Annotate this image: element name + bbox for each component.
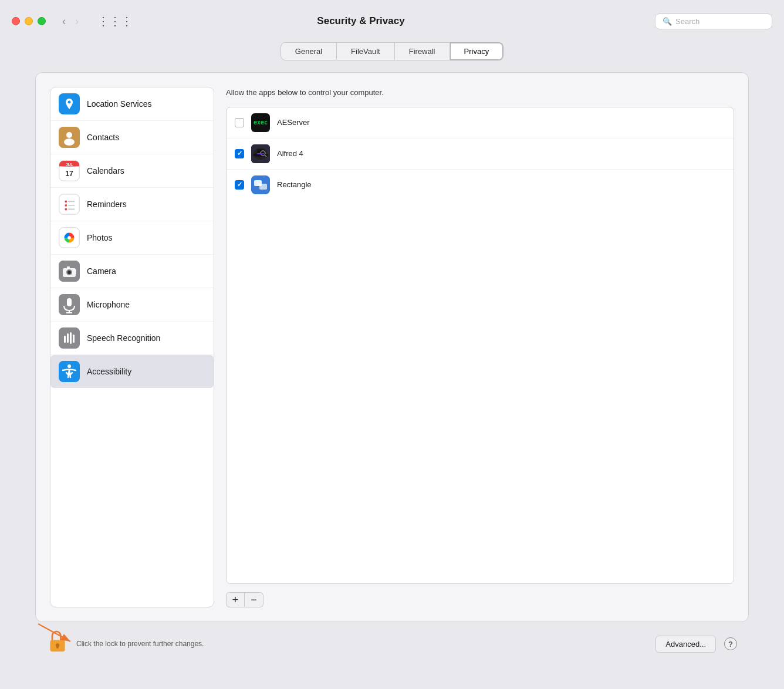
svg-line-45 xyxy=(38,624,70,641)
reminders-icon xyxy=(59,194,80,215)
svg-point-20 xyxy=(67,271,71,274)
svg-rect-28 xyxy=(64,336,66,343)
svg-rect-48 xyxy=(56,645,59,648)
sidebar-label-calendars: Calendars xyxy=(87,166,124,175)
camera-icon xyxy=(59,261,80,282)
rectangle-checkbox[interactable] xyxy=(235,180,244,190)
svg-rect-8 xyxy=(59,194,79,214)
sidebar-label-photos: Photos xyxy=(87,233,113,242)
window-title: Security & Privacy xyxy=(74,15,648,27)
tab-filevault[interactable]: FileVault xyxy=(337,42,395,60)
aeserver-icon: exec xyxy=(251,113,270,132)
app-item-alfred: Alfred 4 xyxy=(227,139,734,170)
svg-rect-22 xyxy=(75,269,76,274)
sidebar-item-speech[interactable]: Speech Recognition xyxy=(50,322,214,355)
titlebar: ‹ › ⋮⋮⋮ Security & Privacy 🔍 xyxy=(0,0,784,42)
sidebar-label-accessibility: Accessibility xyxy=(87,367,131,376)
help-button[interactable]: ? xyxy=(724,637,737,650)
right-description: Allow the apps below to control your com… xyxy=(226,87,734,99)
sidebar-item-reminders[interactable]: Reminders xyxy=(50,188,214,221)
remove-app-button[interactable]: − xyxy=(245,592,263,607)
svg-point-2 xyxy=(64,139,75,146)
apps-list: exec AEServer xyxy=(226,107,734,585)
app-item-aeserver: exec AEServer xyxy=(227,107,734,139)
svg-rect-21 xyxy=(67,266,70,269)
aeserver-name: AEServer xyxy=(277,118,310,127)
search-icon: 🔍 xyxy=(663,17,672,26)
svg-text:17: 17 xyxy=(65,170,73,178)
maximize-button[interactable] xyxy=(38,17,46,25)
rectangle-icon xyxy=(251,175,270,194)
svg-point-9 xyxy=(65,200,67,202)
microphone-icon xyxy=(59,294,80,315)
search-input[interactable] xyxy=(675,17,765,26)
svg-rect-43 xyxy=(259,184,267,190)
sidebar-item-location[interactable]: Location Services xyxy=(50,87,214,121)
advanced-button[interactable]: Advanced... xyxy=(655,636,716,653)
privacy-panel: Location Services Contacts xyxy=(35,72,749,622)
svg-rect-14 xyxy=(68,209,75,210)
tab-general[interactable]: General xyxy=(281,42,337,60)
svg-rect-27 xyxy=(59,327,80,349)
svg-point-1 xyxy=(66,132,72,138)
speech-icon xyxy=(59,327,80,349)
sidebar-item-photos[interactable]: Photos xyxy=(50,221,214,255)
sidebar-item-accessibility[interactable]: Accessibility xyxy=(50,355,214,388)
close-button[interactable] xyxy=(12,17,20,25)
right-panel: Allow the apps below to control your com… xyxy=(226,87,734,607)
contacts-icon xyxy=(59,127,80,148)
svg-rect-40 xyxy=(257,153,264,154)
sidebar-label-location: Location Services xyxy=(87,99,152,109)
calendars-icon: 17 JUL xyxy=(59,160,80,181)
photos-icon xyxy=(59,227,80,248)
lock-container xyxy=(47,629,70,658)
sidebar-item-calendars[interactable]: 17 JUL Calendars xyxy=(50,154,214,188)
minimize-button[interactable] xyxy=(25,17,33,25)
tabs: General FileVault Firewall Privacy xyxy=(35,42,749,60)
svg-point-11 xyxy=(65,204,67,207)
back-button[interactable]: ‹ xyxy=(59,14,69,29)
alfred-checkbox[interactable] xyxy=(235,149,244,158)
search-bar: 🔍 xyxy=(655,13,772,29)
lock-text: Click the lock to prevent further change… xyxy=(76,640,204,648)
add-app-button[interactable]: + xyxy=(226,592,245,607)
lock-area: Click the lock to prevent further change… xyxy=(47,629,647,658)
location-icon xyxy=(59,93,80,114)
main-content: General FileVault Firewall Privacy Locat… xyxy=(0,42,784,689)
bottom-bar: Click the lock to prevent further change… xyxy=(35,622,749,666)
rectangle-name: Rectangle xyxy=(277,180,312,189)
accessibility-icon xyxy=(59,361,80,382)
sidebar-item-microphone[interactable]: Microphone xyxy=(50,288,214,322)
sidebar-label-reminders: Reminders xyxy=(87,200,127,209)
sidebar-label-microphone: Microphone xyxy=(87,300,130,309)
sidebar-label-speech: Speech Recognition xyxy=(87,333,160,343)
traffic-lights xyxy=(12,17,46,25)
sidebar: Location Services Contacts xyxy=(50,87,214,607)
arrow-icon xyxy=(35,621,82,644)
sidebar-item-contacts[interactable]: Contacts xyxy=(50,121,214,154)
app-item-rectangle: Rectangle xyxy=(227,170,734,200)
svg-rect-24 xyxy=(67,298,72,306)
svg-rect-29 xyxy=(67,333,69,343)
svg-rect-30 xyxy=(70,332,72,344)
sidebar-label-camera: Camera xyxy=(87,266,116,276)
svg-point-16 xyxy=(67,236,71,239)
tab-firewall[interactable]: Firewall xyxy=(395,42,450,60)
tab-privacy[interactable]: Privacy xyxy=(450,42,504,60)
svg-rect-12 xyxy=(68,205,75,206)
alfred-icon xyxy=(251,144,270,163)
alfred-name: Alfred 4 xyxy=(277,149,303,158)
svg-rect-31 xyxy=(73,335,75,343)
aeserver-checkbox[interactable] xyxy=(235,118,244,127)
sidebar-label-contacts: Contacts xyxy=(87,133,119,142)
list-controls: + − xyxy=(226,592,734,607)
svg-rect-10 xyxy=(68,201,75,202)
sidebar-item-camera[interactable]: Camera xyxy=(50,255,214,288)
panel-inner: Location Services Contacts xyxy=(50,87,734,607)
svg-point-33 xyxy=(67,364,71,368)
svg-point-13 xyxy=(65,208,67,211)
svg-text:JUL: JUL xyxy=(66,163,73,167)
